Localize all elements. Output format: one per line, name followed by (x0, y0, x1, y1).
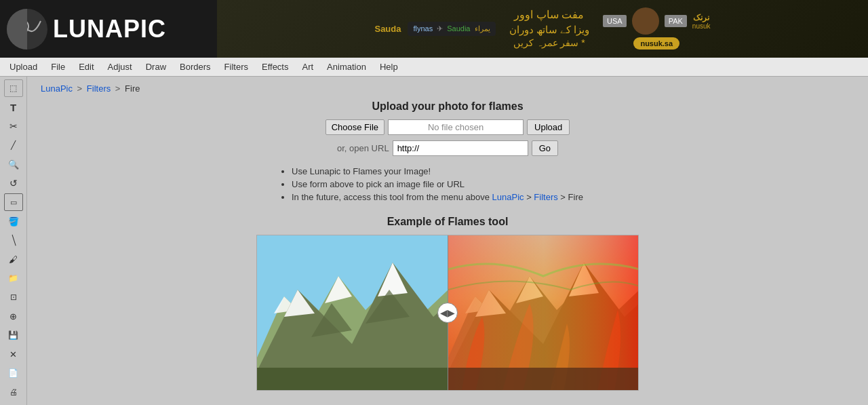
mountain-right-svg (448, 235, 639, 390)
url-label: or, open URL (337, 143, 389, 153)
breadcrumb: LunaPic > Filters > Fire (41, 83, 854, 94)
instruction-1: Use Lunapic to Flames your Image! (292, 166, 617, 176)
folder-tool-btn[interactable]: 📁 (4, 269, 23, 287)
document-tool-btn[interactable]: 📄 (4, 364, 23, 382)
example-right-panel (448, 235, 639, 390)
advertisement-banner[interactable]: Sauda flynas ✈ Saudia يمراء مفت ساپ اوور… (217, 0, 868, 58)
upload-section: Upload your photo for flames Choose File… (41, 100, 854, 156)
banner: LUNAPIC Sauda flynas ✈ Saudia يمراء مفت … (0, 0, 868, 58)
eraser-tool-btn[interactable]: ⊡ (4, 288, 23, 306)
upload-title: Upload your photo for flames (41, 100, 854, 113)
breadcrumb-current: Fire (125, 83, 140, 94)
nav-effects[interactable]: Effects (255, 59, 296, 75)
main-nav: Upload File Edit Adjust Draw Borders Fil… (0, 58, 868, 77)
breadcrumb-lunapic-link[interactable]: LunaPic (41, 83, 73, 94)
example-title: Example of Flames tool (41, 216, 854, 228)
breadcrumb-sep1: > (77, 83, 83, 94)
svg-point-1 (15, 20, 28, 33)
eyedropper-tool-btn[interactable]: ╱ (0, 227, 26, 253)
example-section: Example of Flames tool (41, 216, 854, 393)
rotate-tool-btn[interactable]: ↺ (4, 174, 23, 192)
print-tool-btn[interactable]: 🖨 (4, 383, 23, 401)
nav-file[interactable]: File (44, 59, 72, 75)
main-content: LunaPic > Filters > Fire Upload your pho… (27, 77, 868, 405)
ad-url[interactable]: nusuk.sa (633, 37, 679, 50)
divider-handle[interactable]: ◀▶ (437, 303, 458, 323)
svg-rect-22 (448, 368, 639, 390)
file-name-display: No file chosen (388, 119, 524, 135)
instruction-filters-link[interactable]: Filters (534, 192, 557, 202)
mountain-left-svg (257, 235, 448, 390)
upload-button[interactable]: Upload (527, 119, 570, 135)
logo-area: LUNAPIC (0, 0, 217, 58)
example-image: ◀▶ (256, 235, 639, 391)
url-row: or, open URL Go (41, 140, 854, 156)
nav-edit[interactable]: Edit (72, 59, 100, 75)
close-tool-btn[interactable]: ✕ (4, 345, 23, 363)
nav-borders[interactable]: Borders (173, 59, 218, 75)
svg-rect-12 (257, 368, 448, 390)
nav-adjust[interactable]: Adjust (101, 59, 139, 75)
instructions: Use Lunapic to Flames your Image! Use fo… (278, 166, 617, 202)
left-toolbar: ⬚ T ✂ ╱ 🔍 ↺ ▭ 🪣 ╱ 🖌 📁 ⊡ ⊕ 💾 ✕ 📄 🖨 (0, 77, 27, 405)
ad-text: مفت ساپ اوور ویزا کے ساتھ دوران سفر عمرہ… (509, 7, 590, 50)
file-row: Choose File No file chosen Upload (41, 119, 854, 135)
text-tool-btn[interactable]: T (4, 98, 23, 116)
brush-tool-btn[interactable]: 🖌 (4, 250, 23, 268)
nav-help[interactable]: Help (373, 59, 405, 75)
instruction-3: In the future, access this tool from the… (292, 192, 617, 202)
nav-draw[interactable]: Draw (139, 59, 173, 75)
instruction-2: Use form above to pick an image file or … (292, 179, 617, 189)
instruction-lunapic-link[interactable]: LunaPic (492, 192, 524, 202)
logo-text: LUNAPIC (53, 15, 166, 43)
crop-tool-btn[interactable]: ▭ (4, 193, 23, 211)
choose-file-button[interactable]: Choose File (326, 119, 384, 135)
stamp-tool-btn[interactable]: ⊕ (4, 307, 23, 325)
breadcrumb-sep2: > (115, 83, 121, 94)
nav-art[interactable]: Art (295, 59, 320, 75)
select-tool-btn[interactable]: ⬚ (4, 79, 23, 97)
example-left-panel (257, 235, 448, 390)
breadcrumb-filters-link[interactable]: Filters (87, 83, 111, 94)
main-layout: ⬚ T ✂ ╱ 🔍 ↺ ▭ 🪣 ╱ 🖌 📁 ⊡ ⊕ 💾 ✕ 📄 🖨 LunaPi… (0, 77, 868, 405)
go-button[interactable]: Go (532, 140, 558, 156)
url-input[interactable] (393, 140, 528, 156)
logo-icon (7, 9, 47, 50)
scissors-tool-btn[interactable]: ✂ (4, 117, 23, 135)
ad-logo: USA PAK نرنک nusuk nusuk.sa (603, 7, 711, 50)
save-tool-btn[interactable]: 💾 (4, 326, 23, 344)
nav-animation[interactable]: Animation (320, 59, 373, 75)
nav-upload[interactable]: Upload (3, 59, 44, 75)
zoom-tool-btn[interactable]: 🔍 (4, 155, 23, 173)
nav-filters[interactable]: Filters (218, 59, 255, 75)
pencil-tool-btn[interactable]: ╱ (4, 136, 23, 154)
